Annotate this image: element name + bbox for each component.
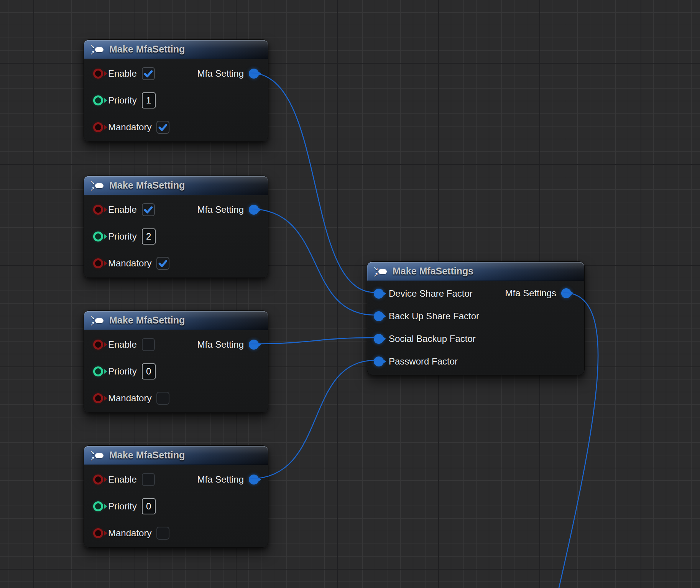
checkmark-icon bbox=[143, 69, 153, 79]
node-3-title: Make MfaSetting bbox=[109, 315, 185, 326]
password-factor-pin[interactable] bbox=[374, 356, 384, 366]
node-4-mandatory-pin[interactable] bbox=[93, 528, 103, 538]
node-3-priority-label: Priority bbox=[108, 366, 137, 377]
node-3-priority-input[interactable]: 0 bbox=[142, 363, 156, 379]
node-3-enable-pin[interactable] bbox=[93, 340, 103, 350]
node-4-enable-checkbox[interactable] bbox=[142, 473, 155, 486]
node-2-priority-input[interactable]: 2 bbox=[142, 228, 156, 245]
make-struct-icon: ↘↗ bbox=[90, 449, 105, 462]
wire-node1-to-device-share-factor[interactable] bbox=[250, 73, 375, 292]
checkmark-icon bbox=[158, 122, 168, 132]
node-1-priority-label: Priority bbox=[108, 95, 137, 106]
node-make-mfasetting-3[interactable]: ↘↗ Make MfaSetting Enable Priority 0 Man… bbox=[84, 310, 268, 413]
node-3-mfa-setting-out-pin[interactable] bbox=[249, 340, 259, 350]
node-1-enable-pin[interactable] bbox=[93, 69, 103, 79]
node-1-enable-checkbox[interactable] bbox=[142, 67, 155, 80]
node-2-mandatory-checkbox[interactable] bbox=[156, 257, 169, 270]
wire-node4-to-password-factor[interactable] bbox=[250, 360, 375, 479]
node-3-priority-pin[interactable] bbox=[93, 366, 103, 376]
checkmark-icon bbox=[143, 205, 153, 215]
node-1-mandatory-checkbox[interactable] bbox=[156, 121, 169, 134]
node-2-priority-pin[interactable] bbox=[93, 232, 103, 241]
checkmark-icon bbox=[158, 258, 168, 268]
node-make-mfasetting-2[interactable]: ↘↗ Make MfaSetting Enable Priority 2 Man… bbox=[84, 176, 268, 278]
node-4-enable-label: Enable bbox=[108, 474, 137, 485]
node-2-mandatory-label: Mandatory bbox=[108, 258, 151, 269]
make-struct-icon: ↘↗ bbox=[90, 314, 105, 327]
node-3-enable-checkbox[interactable] bbox=[142, 338, 155, 351]
node-2-enable-label: Enable bbox=[108, 204, 137, 215]
node-3-mandatory-checkbox[interactable] bbox=[156, 392, 169, 405]
node-2-mandatory-pin[interactable] bbox=[93, 258, 103, 268]
social-backup-factor-label: Social Backup Factor bbox=[389, 333, 476, 344]
node-4-priority-label: Priority bbox=[108, 501, 137, 512]
back-up-share-factor-pin[interactable] bbox=[374, 311, 384, 321]
node-5-header[interactable]: ↘↗ Make MfaSettings bbox=[367, 262, 584, 281]
blueprint-graph-canvas[interactable]: { "canvas": { "background_color": "#2b2b… bbox=[0, 0, 700, 588]
node-5-output-label: Mfa Settings bbox=[505, 288, 556, 299]
node-1-priority-input[interactable]: 1 bbox=[142, 92, 156, 108]
node-3-header[interactable]: ↘↗ Make MfaSetting bbox=[84, 311, 268, 330]
node-2-enable-pin[interactable] bbox=[93, 205, 103, 215]
node-1-title: Make MfaSetting bbox=[109, 44, 185, 55]
wire-node2-to-back-up-share-factor[interactable] bbox=[250, 209, 375, 315]
device-share-factor-label: Device Share Factor bbox=[389, 288, 473, 299]
back-up-share-factor-label: Back Up Share Factor bbox=[389, 311, 479, 322]
node-make-mfasettings[interactable]: ↘↗ Make MfaSettings Device Share Factor … bbox=[367, 261, 585, 375]
node-4-enable-pin[interactable] bbox=[93, 475, 103, 485]
node-2-header[interactable]: ↘↗ Make MfaSetting bbox=[84, 176, 268, 195]
node-5-title: Make MfaSettings bbox=[393, 266, 473, 277]
wire-node3-to-social-backup-factor[interactable] bbox=[250, 338, 375, 344]
node-make-mfasetting-4[interactable]: ↘↗ Make MfaSetting Enable Priority 0 Man… bbox=[84, 445, 268, 548]
node-3-output-label: Mfa Setting bbox=[197, 339, 244, 350]
device-share-factor-pin[interactable] bbox=[374, 289, 384, 299]
node-1-mandatory-label: Mandatory bbox=[108, 122, 151, 133]
node-1-enable-label: Enable bbox=[108, 68, 137, 79]
password-factor-label: Password Factor bbox=[389, 356, 458, 367]
node-make-mfasetting-1[interactable]: ↘↗ Make MfaSetting Enable Priority 1 Man… bbox=[84, 39, 268, 142]
node-4-output-label: Mfa Setting bbox=[197, 474, 244, 485]
node-2-output-label: Mfa Setting bbox=[197, 204, 244, 215]
node-2-priority-label: Priority bbox=[108, 231, 137, 242]
node-2-title: Make MfaSetting bbox=[109, 180, 185, 191]
node-3-enable-label: Enable bbox=[108, 339, 137, 350]
node-2-enable-checkbox[interactable] bbox=[142, 203, 155, 216]
node-4-mandatory-label: Mandatory bbox=[108, 528, 151, 539]
node-4-priority-input[interactable]: 0 bbox=[142, 498, 156, 514]
node-1-mandatory-pin[interactable] bbox=[93, 122, 103, 132]
node-1-output-label: Mfa Setting bbox=[197, 68, 244, 79]
make-struct-icon: ↘↗ bbox=[373, 265, 388, 278]
node-3-mandatory-label: Mandatory bbox=[108, 393, 151, 404]
social-backup-factor-pin[interactable] bbox=[374, 334, 384, 344]
node-1-header[interactable]: ↘↗ Make MfaSetting bbox=[84, 40, 268, 59]
node-3-mandatory-pin[interactable] bbox=[93, 393, 103, 403]
make-struct-icon: ↘↗ bbox=[90, 179, 105, 192]
node-1-priority-pin[interactable] bbox=[93, 95, 103, 105]
node-4-mfa-setting-out-pin[interactable] bbox=[249, 475, 259, 485]
node-4-priority-pin[interactable] bbox=[93, 501, 103, 511]
node-4-title: Make MfaSetting bbox=[109, 450, 185, 461]
node-4-header[interactable]: ↘↗ Make MfaSetting bbox=[84, 446, 268, 465]
make-struct-icon: ↘↗ bbox=[90, 43, 105, 56]
node-4-mandatory-checkbox[interactable] bbox=[156, 527, 169, 540]
